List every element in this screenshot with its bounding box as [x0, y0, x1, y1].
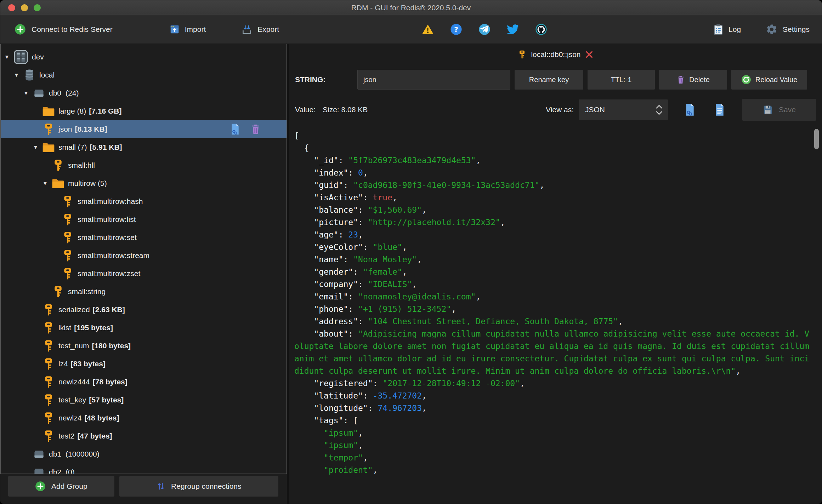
regroup-connections-button[interactable]: Regroup connections: [119, 476, 278, 497]
export-button[interactable]: Export: [241, 24, 279, 35]
copy-document-icon[interactable]: [684, 103, 696, 116]
key-icon: [61, 231, 74, 244]
tree-item-small-multirow-list[interactable]: small:multirow:list: [1, 210, 287, 228]
tree-item-label: small:multirow:stream: [78, 251, 149, 260]
tree-item-db2[interactable]: db2(0): [1, 463, 287, 474]
json-line: "registered": "2017-12-28T10:49:12 -02:0…: [294, 377, 811, 390]
tree-item-small-multirow-set[interactable]: small:multirow:set: [1, 228, 287, 246]
connect-to-redis-server-button[interactable]: Connect to Redis Server: [15, 24, 113, 35]
tree-item-small-string[interactable]: small:string: [1, 282, 287, 300]
clipboard-icon: [713, 23, 724, 35]
trash-icon[interactable]: [250, 123, 261, 135]
add-group-button[interactable]: Add Group: [8, 476, 114, 497]
json-line: "picture": "http://placehold.it/32x32",: [294, 216, 811, 229]
tree-item-local[interactable]: ▼local: [1, 66, 287, 84]
import-icon: [169, 24, 180, 35]
rename-key-button[interactable]: Rename key: [515, 70, 583, 90]
help-icon[interactable]: ?: [450, 23, 462, 35]
scrollbar-thumb[interactable]: [814, 129, 819, 149]
tree-item-newlz4[interactable]: newlz4[48 bytes]: [1, 409, 287, 427]
json-line: "index": 0,: [294, 167, 811, 179]
key-icon: [61, 213, 74, 226]
json-line: "tempor",: [294, 452, 811, 464]
tree-item-small-hll[interactable]: small:hll: [1, 156, 287, 174]
tree-item-lz4[interactable]: lz4[83 bytes]: [1, 355, 287, 373]
tab-title: local::db0::json: [531, 50, 580, 59]
telegram-icon[interactable]: [478, 23, 491, 35]
key-icon: [42, 394, 55, 406]
tree-item-serialized[interactable]: serialized[2.63 KB]: [1, 300, 287, 319]
import-button[interactable]: Import: [169, 24, 206, 35]
key-icon: [42, 123, 55, 136]
key-editor-row: STRING: Rename key TTL:-1 Delete Reload …: [289, 65, 822, 94]
tree-item-size: [2.63 KB]: [93, 305, 125, 314]
tree-item-label: newlz444: [58, 378, 90, 386]
connect-button-label: Connect to Redis Server: [32, 25, 113, 34]
tree-item-label: newlz4: [58, 414, 81, 422]
expander-arrow-icon[interactable]: ▼: [42, 180, 52, 186]
warning-icon[interactable]: [422, 23, 434, 35]
text-document-icon[interactable]: [714, 103, 725, 116]
tree-item-label: lz4: [58, 360, 68, 368]
twitter-icon[interactable]: [507, 23, 519, 35]
reload-icon: [741, 75, 751, 85]
expander-arrow-icon[interactable]: ▼: [23, 90, 33, 96]
tree-item-test2[interactable]: test2[47 bytes]: [1, 427, 287, 445]
main-panel: local::db0::json STRING: Rename key TTL:…: [289, 44, 822, 504]
trash-icon: [676, 75, 685, 85]
value-bar: Value: Size: 8.08 KB View as: JSON: [289, 94, 822, 125]
expander-arrow-icon[interactable]: ▼: [33, 144, 42, 150]
tree-item-test-num[interactable]: test_num[180 bytes]: [1, 337, 287, 355]
window-controls: [8, 0, 41, 15]
tree-item-json[interactable]: json[8.13 KB]: [1, 120, 287, 138]
zoom-window-button[interactable]: [34, 4, 41, 11]
db-icon: [33, 87, 45, 99]
tree-item-small-multirow-stream[interactable]: small:multirow:stream: [1, 246, 287, 264]
tree-item-db0[interactable]: ▼db0(24): [1, 84, 287, 102]
save-button[interactable]: Save: [742, 99, 816, 121]
github-icon[interactable]: [535, 23, 547, 35]
key-name-input[interactable]: [357, 70, 510, 90]
tree-item-label: small:hll: [68, 161, 95, 170]
key-icon: [42, 376, 55, 388]
copy-document-icon[interactable]: [230, 123, 240, 135]
log-button[interactable]: Log: [713, 23, 757, 35]
value-json-view[interactable]: [ { "_id": "5f7b26973c483ea3479d4e53", "…: [289, 125, 822, 504]
tree-item-newlz444[interactable]: newlz444[78 bytes]: [1, 373, 287, 391]
tree-item-multirow-5-[interactable]: ▼multirow (5): [1, 174, 287, 192]
tree-item-lkist[interactable]: lkist[195 bytes]: [1, 319, 287, 337]
connections-tree[interactable]: ▼dev▼local▼db0(24)large (8)[7.16 GB]json…: [0, 44, 287, 474]
tree-item-label: test_key: [58, 396, 86, 404]
tree-item-label: dev: [32, 53, 44, 61]
tab-local-db0-json[interactable]: local::db0::json: [517, 50, 593, 59]
toolbar: Connect to Redis Server Import Export ?: [0, 15, 822, 44]
app-window: RDM - GUI for Redis® 2020.5.0-dev Connec…: [0, 0, 822, 504]
expander-arrow-icon[interactable]: ▼: [4, 54, 13, 60]
export-button-label: Export: [257, 25, 279, 34]
tree-item-size: [78 bytes]: [93, 378, 127, 386]
rename-key-label: Rename key: [529, 76, 569, 84]
json-line: "about": "Adipisicing magna cillum cupid…: [294, 328, 811, 377]
svg-text:?: ?: [454, 25, 458, 34]
json-line: "ipsum",: [294, 427, 811, 439]
tree-item-small-multirow-hash[interactable]: small:multirow:hash: [1, 192, 287, 210]
tree-item-small-multirow-zset[interactable]: small:multirow:zset: [1, 264, 287, 282]
tree-item-label: lkist: [58, 323, 71, 332]
close-window-button[interactable]: [8, 4, 15, 11]
tree-item-dev[interactable]: ▼dev: [1, 48, 287, 66]
tree-item-large-8-[interactable]: large (8)[7.16 GB]: [1, 102, 287, 120]
json-line: "name": "Nona Mosley",: [294, 253, 811, 266]
ttl-button[interactable]: TTL:-1: [588, 70, 655, 90]
key-icon: [52, 285, 64, 298]
expander-arrow-icon[interactable]: ▼: [14, 72, 23, 78]
reload-value-button[interactable]: Reload Value: [731, 70, 807, 90]
tree-item-test-key[interactable]: test_key[57 bytes]: [1, 391, 287, 409]
settings-button[interactable]: Settings: [766, 23, 810, 35]
tree-item-small-7-[interactable]: ▼small (7)[5.91 KB]: [1, 138, 287, 156]
view-as-select[interactable]: JSON: [579, 99, 668, 120]
close-tab-icon[interactable]: [585, 50, 594, 59]
tree-item-db1[interactable]: db1(1000000): [1, 445, 287, 463]
minimize-window-button[interactable]: [21, 4, 28, 11]
delete-key-button[interactable]: Delete: [659, 70, 727, 90]
regroup-label: Regroup connections: [171, 482, 241, 491]
